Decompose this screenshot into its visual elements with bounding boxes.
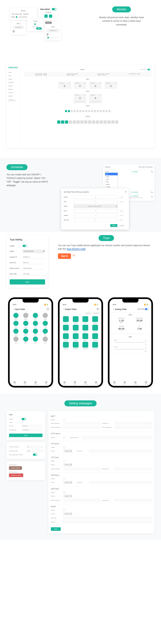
phones-row: 09:37📶 🔋 〈 Input Stateⓘ din01din02din03d…	[0, 291, 161, 394]
output-item[interactable]: output6	[71, 325, 80, 332]
dac-slider-thumb[interactable]	[47, 37, 49, 38]
output-item[interactable]: output9	[62, 333, 70, 341]
settings-section: Setting webpages WIFI enable modeⓘ AP ss…	[0, 394, 161, 540]
dash-autorefresh-toggle[interactable]	[148, 69, 151, 70]
schedule-description: You can create task turn ON/OFF / TOGGLE…	[6, 173, 48, 187]
motor-slider[interactable]	[114, 349, 147, 350]
input-item: din04	[41, 313, 50, 320]
tuya-licence-link[interactable]: Tuya licence code	[66, 248, 86, 250]
restore-button[interactable]: Restore Factory	[9, 474, 23, 477]
output-item[interactable]: fan	[81, 316, 90, 324]
pwd-input[interactable]	[22, 428, 42, 431]
nav-protocol[interactable]: Protocol	[6, 91, 21, 94]
dashboard-sidebar: KINCONY Index Input Output Schedule Moni…	[6, 64, 21, 148]
output-item[interactable]: output4	[91, 316, 100, 324]
copyright: Copyright © KinCony Team	[6, 98, 21, 102]
close-icon[interactable]: ✕	[125, 191, 126, 195]
device-id-input[interactable]	[22, 261, 45, 264]
output-btn-1[interactable]	[44, 14, 48, 18]
month-input[interactable]	[74, 196, 118, 199]
output-item[interactable]: output13	[62, 342, 70, 349]
dac-mini-card: DAC channel 1 0	[45, 24, 61, 40]
bind-code-input[interactable]	[22, 272, 45, 276]
adc-ch4: channel 4⚙0	[104, 82, 117, 89]
dashboard-main: Status auto refresh Tcp Server disableHt…	[21, 64, 154, 148]
minute-input[interactable]	[74, 214, 118, 217]
dac-ch2: channel 2⚙0	[89, 94, 102, 103]
info-icon[interactable]: ⓘ	[47, 308, 49, 310]
device-secret-input[interactable]	[22, 267, 45, 270]
adc-channels: channel 1⚙0 channel 2⚙0 channel 3⚙0 chan…	[24, 82, 151, 89]
output-item[interactable]: output5	[62, 325, 70, 332]
status-title: Status	[11, 10, 36, 12]
all-on-button[interactable]: ALL ON	[85, 312, 92, 314]
wifi-save-button[interactable]: Save	[9, 434, 42, 437]
adc-analog-card: ADC water level1.20Meter temperature25.0…	[112, 312, 150, 334]
nav-input[interactable]: Input	[6, 74, 21, 78]
output-item[interactable]: output16	[91, 342, 100, 349]
output-btn-2[interactable]	[49, 14, 52, 18]
nav-schedule[interactable]: Schedule	[6, 81, 21, 84]
nav-monitor[interactable]: Monitor	[6, 84, 21, 88]
dac-channels: channel 1⚙0 channel 2⚙0	[24, 94, 151, 103]
second-input[interactable]	[74, 218, 118, 222]
adc-ch2: channel 2⚙0	[74, 82, 86, 89]
output-item[interactable]: output8	[91, 325, 100, 332]
wifi-enable-toggle[interactable]	[22, 418, 26, 420]
auto-refresh-toggle[interactable]	[52, 8, 56, 10]
day-input[interactable]	[74, 200, 118, 203]
input-item: din05	[12, 321, 20, 328]
tuya-save-button[interactable]: Save	[10, 279, 45, 284]
output-item[interactable]: output12	[91, 333, 100, 341]
input-item: din13	[12, 336, 20, 344]
output-item[interactable]: light	[62, 316, 70, 324]
nav-output[interactable]: Output	[6, 78, 21, 81]
status-mini-card: Status Tcp Client: disable Mqtt: connect…	[10, 8, 37, 20]
output-item[interactable]: output14	[71, 342, 80, 349]
kincony-logo: KINCONY	[6, 66, 21, 71]
phone-nav: input output analog config	[10, 381, 52, 385]
back-icon[interactable]: 〈	[112, 308, 114, 310]
modal-cancel-button[interactable]: Cancel	[118, 224, 126, 227]
output-item[interactable]: output10	[71, 333, 80, 341]
input-item: din01	[12, 313, 20, 320]
get-it-button[interactable]: Get it	[58, 254, 71, 259]
keep-output-toggle[interactable]	[33, 454, 37, 456]
open-badge: open	[36, 27, 42, 30]
output-grid: lightoutput2fanoutput4output5output6outp…	[62, 315, 100, 351]
phone-input: 09:37📶 🔋 〈 Input Stateⓘ din01din02din03d…	[8, 297, 53, 388]
output-squares	[24, 119, 151, 125]
nav-system[interactable]: System	[6, 94, 21, 98]
repeat-dropdown-open: no once hour day week month year	[105, 172, 118, 191]
back-icon[interactable]: 〈	[12, 308, 14, 310]
input-item: din11	[31, 328, 40, 336]
lamp-slider[interactable]	[114, 342, 147, 342]
mqtt-enable-checkbox[interactable]	[64, 419, 65, 421]
input-item: din09	[12, 328, 20, 336]
dac-analog-card: DAC lampⓘ % motorⓘ m/s	[112, 334, 150, 354]
ssid-input[interactable]	[22, 424, 42, 427]
tuya-settings-card: Tuya Setting enable regionCentral Europe…	[6, 235, 48, 288]
nav-index[interactable]: Index	[6, 71, 21, 74]
protocol-save-button[interactable]: Save	[51, 527, 61, 531]
http-enable-checkbox[interactable]	[64, 437, 65, 438]
output-item[interactable]: output7	[81, 325, 90, 332]
hour-input[interactable]	[74, 209, 118, 212]
tuya-region-select[interactable]: Central Europe	[22, 250, 45, 253]
week-select[interactable]: Select some options	[74, 204, 118, 208]
product-id-input[interactable]	[22, 256, 45, 258]
adc-mini-card: ADC channel 1 0	[11, 21, 26, 35]
modal-save-button[interactable]: Save	[110, 224, 118, 227]
nav-network[interactable]: Network	[6, 88, 21, 91]
output-item[interactable]: output11	[81, 333, 90, 341]
reset-card: Restart Board Restart Board Restore fact…	[6, 462, 45, 480]
output-item[interactable]: output2	[71, 316, 80, 324]
tuya-enable-toggle[interactable]	[22, 245, 27, 247]
back-icon[interactable]: 〈	[62, 308, 64, 310]
timing-card: double click timems long press timems ke…	[6, 442, 45, 459]
output-item[interactable]: output15	[81, 342, 90, 349]
info-icon[interactable]: ⓘ	[97, 308, 99, 310]
tuya-pill: Tuya	[98, 235, 114, 241]
restart-button[interactable]: Restart Board	[9, 466, 22, 470]
all-off-button[interactable]: ALL OFF	[93, 312, 100, 314]
